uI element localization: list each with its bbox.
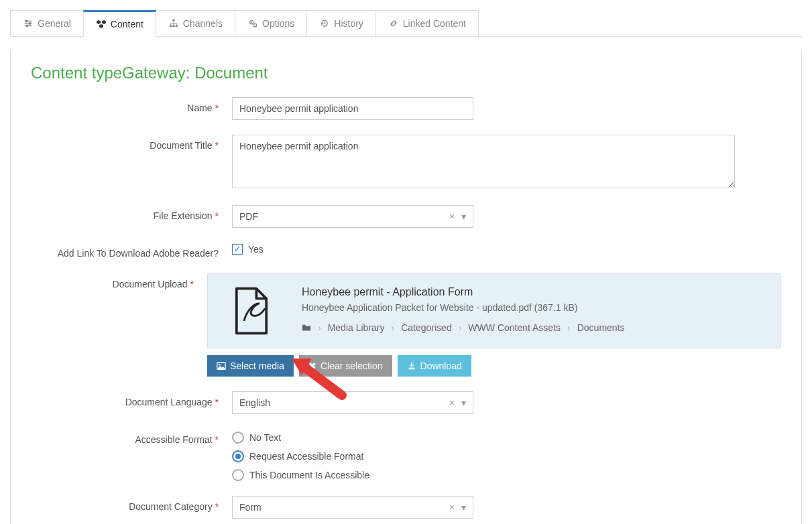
- clear-icon: ×: [449, 502, 455, 513]
- upload-card: Honeybee permit - Application Form Honey…: [207, 273, 781, 348]
- tab-linked-content[interactable]: Linked Content: [375, 10, 479, 36]
- svg-rect-7: [170, 25, 172, 27]
- svg-point-4: [29, 23, 31, 25]
- svg-line-20: [325, 23, 326, 24]
- svg-point-16: [251, 21, 252, 23]
- tab-options[interactable]: Options: [235, 10, 307, 36]
- select-media-button[interactable]: Select media: [207, 355, 294, 377]
- accessible-format-label: Accessible Format *: [31, 429, 232, 445]
- clear-icon: ×: [449, 211, 455, 222]
- document-language-label: Document Language *: [31, 391, 232, 407]
- upload-breadcrumb: › Media Library › Categorised › WWW Cont…: [302, 322, 767, 333]
- adobe-link-label: Add Link To Download Adobe Reader?: [31, 243, 232, 259]
- x-icon: ✖: [308, 361, 316, 371]
- document-upload-label: Document Upload *: [31, 273, 207, 289]
- folder-icon: [302, 323, 311, 332]
- tab-label: Linked Content: [403, 18, 466, 29]
- breadcrumb-item[interactable]: Media Library: [328, 322, 385, 333]
- svg-point-18: [255, 25, 255, 25]
- tab-label: Options: [262, 18, 294, 29]
- svg-rect-8: [172, 25, 175, 27]
- name-input[interactable]: [232, 97, 473, 120]
- download-button[interactable]: Download: [398, 355, 471, 377]
- file-extension-select[interactable]: PDF ×▾: [232, 205, 473, 228]
- adobe-link-checkbox-label: Yes: [248, 244, 264, 255]
- tab-channels[interactable]: Channels: [156, 10, 235, 36]
- tab-label: History: [334, 18, 363, 29]
- clear-selection-button[interactable]: ✖ Clear selection: [299, 355, 392, 377]
- tab-label: Channels: [183, 18, 223, 29]
- document-category-label: Document Category *: [31, 496, 232, 512]
- upload-filename: Honeybee Application Packet for Website …: [302, 302, 767, 313]
- document-title-label: Document Title *: [31, 135, 232, 151]
- tab-bar: General Content Channels Options History: [10, 10, 802, 37]
- accessible-format-radio-request[interactable]: [232, 450, 244, 462]
- breadcrumb-item[interactable]: WWW Content Assets: [468, 322, 561, 333]
- breadcrumb-item[interactable]: Categorised: [401, 322, 452, 333]
- breadcrumb-item[interactable]: Documents: [577, 322, 625, 333]
- image-icon: [217, 361, 226, 371]
- gears-icon: [247, 18, 258, 29]
- tab-general[interactable]: General: [10, 10, 84, 36]
- page-title: Content typeGateway: Document: [31, 64, 781, 82]
- svg-rect-9: [175, 25, 178, 27]
- pdf-file-icon: [221, 286, 282, 336]
- download-icon: [407, 361, 416, 371]
- tab-label: General: [38, 18, 71, 29]
- svg-point-5: [26, 25, 28, 27]
- file-extension-label: File Extension *: [31, 205, 232, 221]
- radio-label: Request Accessible Format: [249, 451, 363, 462]
- content-panel: Content typeGateway: Document Name * Doc…: [10, 50, 802, 524]
- document-category-select[interactable]: Form ×▾: [232, 496, 473, 519]
- accessible-format-radio-no-text[interactable]: [232, 432, 244, 444]
- accessible-format-radio-accessible[interactable]: [232, 469, 244, 481]
- radio-label: No Text: [249, 432, 281, 443]
- link-icon: [388, 18, 399, 29]
- name-label: Name *: [31, 97, 232, 113]
- sitemap-icon: [168, 18, 179, 29]
- document-language-select[interactable]: English ×▾: [232, 391, 473, 414]
- svg-point-22: [219, 364, 221, 366]
- tab-history[interactable]: History: [306, 10, 376, 36]
- chevron-down-icon: ▾: [461, 211, 466, 222]
- sliders-icon: [23, 18, 34, 29]
- tab-label: Content: [111, 19, 143, 29]
- svg-rect-23: [408, 368, 414, 370]
- chevron-down-icon: ▾: [461, 502, 466, 513]
- svg-rect-6: [172, 19, 175, 21]
- upload-title: Honeybee permit - Application Form: [302, 286, 767, 298]
- cubes-icon: [96, 19, 107, 29]
- document-title-textarea[interactable]: [232, 135, 735, 188]
- tab-content[interactable]: Content: [83, 10, 156, 37]
- adobe-link-checkbox[interactable]: ✓: [232, 244, 243, 255]
- radio-label: This Document Is Accessible: [249, 470, 369, 480]
- chevron-down-icon: ▾: [461, 397, 466, 408]
- clear-icon: ×: [449, 397, 455, 408]
- svg-point-3: [25, 20, 27, 22]
- history-icon: [319, 18, 330, 29]
